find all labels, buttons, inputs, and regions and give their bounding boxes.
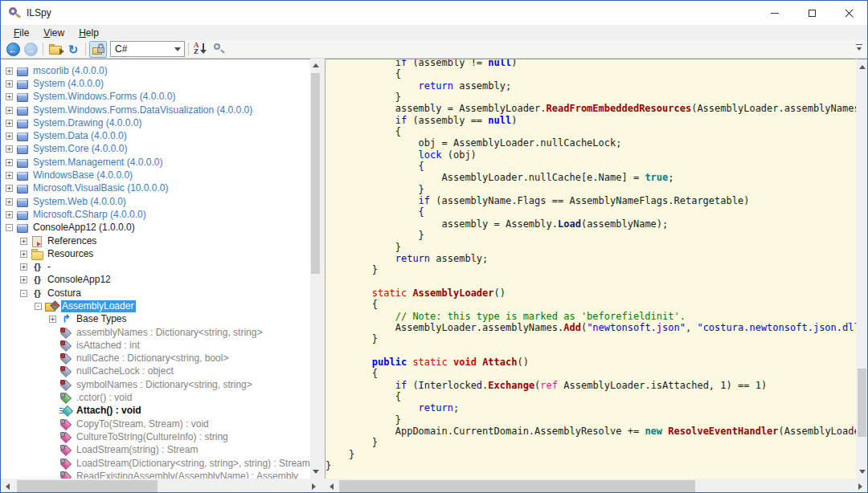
tree-item[interactable]: -AssemblyLoader	[1, 299, 310, 312]
tree-item[interactable]: symbolNames : Dictionary<string, string>	[1, 378, 310, 391]
tree-item-label: System.Web (4.0.0.0)	[32, 196, 129, 208]
expander-toggle[interactable]: +	[6, 185, 13, 192]
expander-toggle[interactable]: -	[6, 224, 13, 231]
scroll-right-arrow[interactable]	[854, 479, 867, 493]
language-select[interactable]: C#	[110, 41, 185, 57]
menu-item-view[interactable]: View	[36, 26, 72, 40]
tree-item[interactable]: nullCacheLock : object	[1, 365, 310, 378]
code-line: return assembly;	[326, 253, 856, 264]
code-line: // Note: this type is marked as 'beforef…	[326, 311, 856, 322]
toolbar-overflow-button[interactable]	[854, 43, 864, 55]
expander-toggle[interactable]: -	[20, 290, 27, 297]
tree-item[interactable]: +System.Data (4.0.0.0)	[1, 129, 310, 142]
tree-item[interactable]: CultureToString(CultureInfo) : string	[1, 430, 310, 443]
expander-toggle[interactable]: +	[20, 276, 27, 283]
forward-button[interactable]: →	[22, 41, 39, 58]
minimize-button[interactable]	[756, 1, 793, 25]
expander-toggle[interactable]: +	[6, 145, 13, 153]
tree-item[interactable]: +Microsoft.CSharp (4.0.0.0)	[1, 208, 310, 221]
tree-horizontal-scrollbar[interactable]	[1, 479, 321, 493]
assembly-icon	[16, 196, 30, 208]
maximize-button[interactable]	[793, 1, 830, 25]
refresh-icon: ↻	[68, 43, 79, 55]
tree-item[interactable]: +Resources	[1, 247, 310, 260]
tree-item[interactable]: .cctor() : void	[1, 391, 310, 404]
expander-toggle[interactable]: +	[20, 238, 27, 245]
tree-item[interactable]: isAttached : int	[1, 339, 310, 352]
visibility-toggle-button[interactable]	[89, 41, 107, 58]
tree-item[interactable]: +Microsoft.VisualBasic (10.0.0.0)	[1, 182, 310, 195]
tree-item[interactable]: +System.Core (4.0.0.0)	[1, 143, 310, 156]
expander-toggle[interactable]: +	[6, 211, 13, 218]
scroll-down-arrow[interactable]	[857, 465, 867, 479]
code-horizontal-scrollbar[interactable]	[325, 479, 867, 493]
method-icon	[59, 418, 73, 430]
menu-item-help[interactable]: Help	[72, 26, 106, 40]
tree-item[interactable]: +System.Drawing (4.0.0.0)	[1, 116, 310, 129]
tree-item[interactable]: +{}ConsoleApp12	[1, 274, 310, 287]
tree-item[interactable]: -ConsoleApp12 (1.0.0.0)	[1, 222, 310, 234]
toolbar-separator	[43, 43, 43, 55]
code-view[interactable]: if (assembly != null) { return assembly;…	[326, 59, 856, 471]
scroll-up-arrow[interactable]	[310, 59, 321, 72]
expander-toggle[interactable]: +	[49, 316, 56, 323]
tree-vertical-scrollbar[interactable]	[310, 59, 321, 479]
code-vertical-scrollbar[interactable]	[857, 59, 867, 479]
code-vscroll-thumb[interactable]	[858, 369, 866, 437]
tree-item[interactable]: LoadStream(Dictionary<string, string>, s…	[1, 457, 310, 470]
tree-item[interactable]: CopyTo(Stream, Stream) : void	[1, 418, 310, 430]
scroll-down-arrow[interactable]	[310, 465, 321, 479]
tree-item[interactable]: +System.Web (4.0.0.0)	[1, 195, 310, 208]
expander-toggle[interactable]: +	[6, 80, 13, 88]
expander-toggle[interactable]: +	[6, 198, 13, 206]
assembly-icon	[16, 65, 30, 77]
tree-item[interactable]: +mscorlib (4.0.0.0)	[1, 64, 310, 77]
expander-toggle[interactable]: +	[6, 93, 13, 100]
code-hscroll-thumb[interactable]	[339, 480, 695, 492]
expander-toggle[interactable]: +	[20, 263, 27, 271]
expander-toggle[interactable]: +	[6, 67, 13, 75]
code-line: return;	[326, 402, 856, 414]
tree-vscroll-thumb[interactable]	[311, 73, 320, 274]
scroll-left-arrow[interactable]	[1, 479, 14, 493]
expander-toggle[interactable]: +	[6, 172, 13, 179]
close-button[interactable]	[830, 1, 867, 25]
code-line: }	[326, 242, 856, 253]
menu-item-file[interactable]: File	[6, 26, 36, 40]
tree-item[interactable]: nullCache : Dictionary<string, bool>	[1, 352, 310, 365]
scroll-right-arrow[interactable]	[307, 479, 321, 493]
expander-toggle[interactable]: +	[20, 251, 27, 258]
expander-toggle[interactable]: +	[6, 132, 13, 140]
expander-toggle[interactable]: +	[6, 159, 13, 166]
expander-toggle[interactable]: +	[6, 107, 13, 114]
expander-toggle[interactable]: +	[6, 120, 13, 127]
tree-item-label: ReadExistingAssembly(AssemblyName) : Ass…	[76, 471, 301, 479]
code-line	[326, 276, 856, 287]
tree-item[interactable]: +↱Base Types	[1, 313, 310, 326]
tree-item[interactable]: +System.Management (4.0.0.0)	[1, 156, 310, 169]
search-button[interactable]	[210, 41, 227, 58]
tree-item[interactable]: -{}Costura	[1, 287, 310, 299]
tree-hscroll-thumb[interactable]	[17, 480, 158, 492]
assembly-tree[interactable]: +mscorlib (4.0.0.0)+System (4.0.0.0)+Sys…	[1, 59, 310, 479]
sort-button[interactable]: AZ	[192, 41, 210, 58]
tree-item[interactable]: +{}-	[1, 260, 310, 273]
tree-item[interactable]: assemblyNames : Dictionary<string, strin…	[1, 326, 310, 339]
open-button[interactable]	[47, 41, 64, 58]
tree-item[interactable]: +System.Windows.Forms (4.0.0.0)	[1, 91, 310, 104]
tree-item[interactable]: +WindowsBase (4.0.0.0)	[1, 169, 310, 181]
tree-item[interactable]: +System (4.0.0.0)	[1, 77, 310, 90]
tree-item[interactable]: +System.Windows.Forms.DataVisualization …	[1, 104, 310, 116]
expander-toggle[interactable]: -	[35, 303, 42, 310]
back-button[interactable]: ←	[4, 41, 22, 58]
tree-item-label: System.Management (4.0.0.0)	[32, 157, 165, 169]
tree-item[interactable]: ReadExistingAssembly(AssemblyName) : Ass…	[1, 470, 310, 479]
tree-item-label: symbolNames : Dictionary<string, string>	[76, 379, 255, 391]
tree-item[interactable]: LoadStream(string) : Stream	[1, 444, 310, 457]
tree-item[interactable]: +References	[1, 234, 310, 247]
refresh-button[interactable]: ↻	[64, 41, 82, 58]
scroll-left-arrow[interactable]	[325, 479, 338, 493]
scroll-up-arrow[interactable]	[857, 60, 867, 74]
references-icon	[31, 235, 44, 247]
tree-item[interactable]: Attach() : void	[1, 405, 310, 418]
